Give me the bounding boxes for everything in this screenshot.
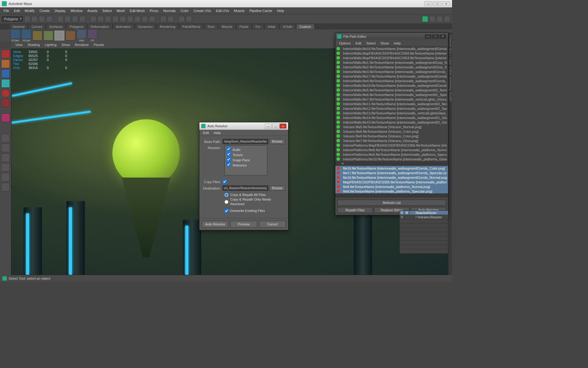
overwrite-checkbox[interactable]: [224, 209, 228, 213]
shelf-tab[interactable]: Toon: [204, 24, 218, 29]
fpe-list-item[interactable]: MapFBXASC032FBXASC0356.fileTextureName […: [335, 180, 448, 184]
fpe-list[interactable]: InteriorWalls:file16.fileTextureName [in…: [335, 46, 448, 194]
toolbar-icon[interactable]: [90, 16, 96, 22]
right-tab-strip[interactable]: Channel Box / Layer Editor Modeling Tool…: [448, 33, 452, 275]
layer-row[interactable]: V/ Volcano:Reactor: [400, 215, 448, 219]
fpe-list-item[interactable]: InteriorWalls:MapFBXASC032FBXASC0358.fil…: [335, 51, 448, 56]
menu-item[interactable]: Proxy: [147, 9, 161, 13]
browse-button[interactable]: Browse: [270, 186, 285, 191]
layer-row[interactable]: VRReactorRoom: [400, 211, 448, 215]
window-minimize[interactable]: —: [424, 1, 432, 6]
fpe-list-item[interactable]: file8.fileTextureName [interiorwalls_pla…: [335, 184, 448, 189]
workspace-dropdown[interactable]: Polygons: [2, 16, 23, 22]
fpe-list-item[interactable]: InteriorWalls:file5.fileTextureName [int…: [335, 88, 448, 92]
arw-menu-item[interactable]: Edit: [201, 131, 211, 135]
scale-tool-icon[interactable]: [1, 99, 10, 107]
toolbar-icon[interactable]: [79, 16, 85, 22]
auto-resolve-button[interactable]: Auto Resolve: [202, 221, 228, 228]
menu-item[interactable]: Create UVs: [191, 9, 213, 13]
menu-item[interactable]: Assets: [85, 9, 100, 13]
toolbar-icon[interactable]: [142, 16, 148, 22]
shelf-icon[interactable]: [55, 31, 64, 40]
toolbar-icon[interactable]: [112, 16, 119, 22]
toolbar-icon[interactable]: [120, 16, 126, 22]
fpe-list-item[interactable]: file16.fileTextureName [interiorwalls_wa…: [335, 166, 448, 171]
toolbar-icon[interactable]: [429, 16, 435, 22]
lasso-tool-icon[interactable]: [1, 59, 10, 68]
menu-item[interactable]: Mesh: [114, 9, 127, 13]
window-close[interactable]: ×: [439, 34, 446, 39]
fpe-list-item[interactable]: InteriorWalls:file11.fileTextureName [in…: [335, 102, 448, 106]
shelf-tab[interactable]: nCloth: [279, 24, 296, 29]
shelf-icon[interactable]: [88, 29, 97, 39]
layout-icon[interactable]: [1, 144, 10, 152]
menu-item[interactable]: File: [1, 9, 12, 13]
toolbar-icon[interactable]: [437, 16, 443, 22]
toolbar-icon[interactable]: [422, 16, 428, 22]
shelf-tab[interactable]: Curves: [28, 24, 46, 29]
resolve-opt-checkbox[interactable]: [227, 163, 231, 167]
fpe-list-item[interactable]: InteriorPlatforms:MapFBXASC032FBXASC0356…: [335, 143, 448, 148]
menu-item[interactable]: Modify: [22, 9, 37, 13]
fpe-list-item[interactable]: InteriorWalls:file15.fileTextureName [in…: [335, 120, 448, 125]
shelf-icon[interactable]: [21, 29, 31, 39]
fpe-menu-item[interactable]: Edit: [353, 41, 364, 45]
panel-menu-item[interactable]: View: [13, 43, 25, 47]
fpe-list-item[interactable]: InteriorWalls:file3.fileTextureName [int…: [335, 69, 448, 74]
toolbar-icon[interactable]: [39, 16, 45, 22]
toolbar-icon[interactable]: [72, 16, 78, 22]
fpe-menu-item[interactable]: Options: [337, 41, 353, 45]
window-close[interactable]: ×: [442, 1, 450, 6]
preview-button[interactable]: Preview: [230, 221, 257, 228]
fpe-list-item[interactable]: file18.fileTextureName [interiorwalls_wa…: [335, 175, 448, 180]
panel-menu-item[interactable]: Panels: [91, 43, 107, 47]
fpe-list-item[interactable]: file9.fileTextureName [interiorwalls_pla…: [335, 189, 448, 194]
copyfiles-checkbox[interactable]: [223, 180, 227, 184]
fpe-list-item[interactable]: InteriorWalls:file1.fileTextureName [int…: [335, 60, 448, 65]
menu-item[interactable]: Color: [178, 9, 191, 13]
fpe-list-item[interactable]: InteriorPlatforms:file9.fileTextureName …: [335, 152, 448, 157]
fpe-list-item[interactable]: /: [335, 161, 448, 166]
layout-icon[interactable]: [1, 173, 10, 182]
resolve-opt-checkbox[interactable]: [227, 147, 231, 151]
menu-item[interactable]: Create: [37, 9, 52, 13]
fpe-list-item[interactable]: Volcano:file6.fileTextureName [Volcano_C…: [335, 129, 448, 134]
move-tool-icon[interactable]: [1, 79, 10, 88]
fpe-list-item[interactable]: InteriorPlatforms:file10.fileTextureName…: [335, 157, 448, 161]
layout-icon[interactable]: [1, 134, 10, 142]
fpe-list-item[interactable]: InteriorPlatforms:file8.fileTextureName …: [335, 148, 448, 152]
toolbar-icon[interactable]: [105, 16, 111, 22]
shelf-tab[interactable]: Muscle: [218, 24, 236, 29]
window-minimize[interactable]: —: [265, 124, 272, 128]
tool-icon[interactable]: [1, 113, 10, 122]
fpe-list-item[interactable]: Volcano:file8.fileTextureName [Volcano_C…: [335, 134, 448, 138]
shelf-icon[interactable]: [43, 31, 53, 40]
menu-item[interactable]: Normals: [161, 9, 178, 13]
menu-item[interactable]: Muscle: [232, 9, 247, 13]
shelf-tab[interactable]: Rendering: [156, 24, 179, 29]
shelf-tab[interactable]: Polygons: [66, 24, 87, 29]
select-tool-icon[interactable]: [1, 50, 10, 58]
toolbar-icon[interactable]: [179, 16, 185, 22]
toolbar-icon[interactable]: [186, 16, 192, 22]
shelf-tab[interactable]: Dynamics: [135, 24, 156, 29]
menu-item[interactable]: Edit UVs: [213, 9, 232, 13]
menu-item[interactable]: Window: [68, 9, 85, 13]
window-maximize[interactable]: □: [272, 124, 279, 128]
fpe-list-item[interactable]: InteriorWalls:file18.fileTextureName [in…: [335, 83, 448, 88]
toolbar-icon[interactable]: [24, 16, 30, 22]
fpe-list-item[interactable]: InteriorWalls:file14.fileTextureName [in…: [335, 115, 448, 120]
toolbar-icon[interactable]: [444, 16, 450, 22]
fpe-list-item[interactable]: InteriorWalls:file2.fileTextureName [int…: [335, 65, 448, 69]
panel-menu-item[interactable]: Lighting: [42, 43, 59, 47]
menu-item[interactable]: Help: [275, 9, 287, 13]
cancel-button[interactable]: Cancel: [259, 221, 286, 228]
browse-button[interactable]: Browse: [270, 139, 285, 144]
toolbar-icon[interactable]: [57, 16, 63, 22]
fpe-list-item[interactable]: InteriorWalls:file13.fileTextureName [in…: [335, 111, 448, 115]
shelf-icon[interactable]: [77, 29, 86, 39]
panel-menu-item[interactable]: Renderer: [72, 43, 91, 47]
toolbar-icon[interactable]: [65, 16, 71, 22]
menu-item[interactable]: Edit Mesh: [127, 9, 147, 13]
fpe-list-item[interactable]: InteriorWalls:file7.fileTextureName [int…: [335, 97, 448, 102]
